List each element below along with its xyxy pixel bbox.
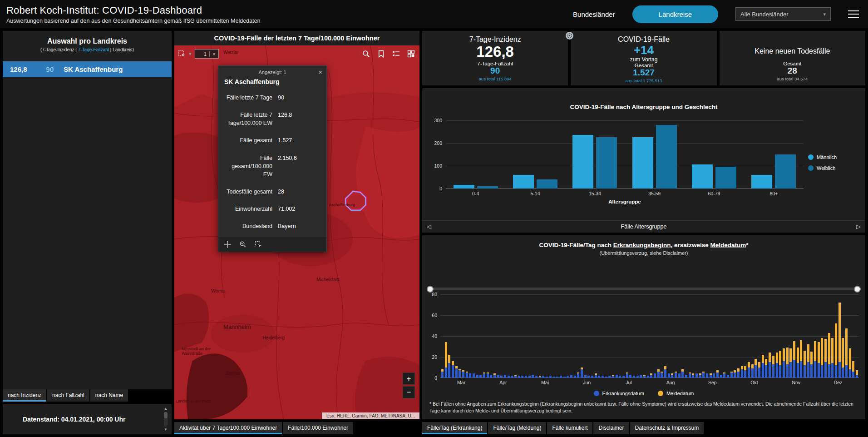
region-select[interactable]: Alle Bundesländer ▾ bbox=[735, 7, 831, 21]
meldedatum-segment bbox=[852, 361, 854, 372]
scrollbar-thumb[interactable] bbox=[164, 412, 168, 418]
datenstand-scrollbar[interactable]: ▲ ▼ bbox=[162, 407, 169, 432]
popup-fields: Fälle letzte 7 Tage90Fälle letzte 7 Tage… bbox=[218, 90, 326, 237]
tab-fälle-100-000-einwohner[interactable]: Fälle/100.000 Einwohner bbox=[283, 422, 353, 434]
erkrankungsdatum-segment bbox=[762, 363, 764, 377]
erkrankungsdatum-segment bbox=[560, 376, 562, 378]
erkrankungsdatum-segment bbox=[800, 361, 802, 378]
time-bar bbox=[692, 373, 694, 377]
erkrankungsdatum-segment bbox=[608, 376, 611, 378]
time-bar bbox=[849, 348, 851, 377]
meldedatum-segment bbox=[821, 338, 823, 365]
city-label: Landau in der Pfalz bbox=[176, 399, 211, 403]
meldedatum-segment bbox=[793, 341, 795, 360]
meldedatum-segment bbox=[800, 340, 802, 361]
prev-chart-icon[interactable]: ◁ bbox=[427, 223, 431, 230]
time-title-link-meldedatum[interactable]: Meldedatum bbox=[710, 242, 746, 248]
age-bar-männlich bbox=[692, 164, 713, 189]
erkrankungsdatum-segment bbox=[814, 361, 816, 378]
gear-icon[interactable] bbox=[565, 31, 574, 40]
zoom-out-button[interactable]: − bbox=[403, 386, 415, 398]
age-bar-weiblich bbox=[715, 167, 736, 189]
time-title-link-erkrankungsbeginn[interactable]: Erkrankungsbeginn bbox=[613, 242, 671, 248]
time-range-slider[interactable] bbox=[428, 286, 859, 293]
erkrankungsdatum-segment bbox=[462, 372, 464, 378]
tab-nach-inzidenz[interactable]: nach Inzidenz bbox=[3, 389, 46, 402]
erkrankungsdatum-segment bbox=[602, 376, 604, 378]
list-empty-area bbox=[3, 77, 172, 389]
time-bar bbox=[647, 376, 649, 378]
select-features-icon[interactable] bbox=[255, 241, 262, 248]
tab-disclaimer[interactable]: Disclaimer bbox=[593, 422, 629, 434]
landkreis-list-item-selected[interactable]: 126,8 90 SK Aschaffenburg bbox=[3, 61, 172, 77]
age-xlabels: 0-45-1415-3435-5960-7980+ bbox=[446, 191, 804, 196]
tab-fälle-tag-meldung[interactable]: Fälle/Tag (Meldung) bbox=[488, 422, 546, 434]
slider-handle-left[interactable] bbox=[427, 286, 434, 293]
tool-caret-icon[interactable]: ▾ bbox=[189, 51, 192, 57]
scroll-up-icon[interactable]: ▲ bbox=[164, 407, 168, 411]
tab-nach-name[interactable]: nach Name bbox=[90, 389, 128, 402]
age-ytick-label: 0 bbox=[439, 186, 442, 191]
meldedatum-segment bbox=[748, 362, 750, 367]
erkrankungsdatum-segment bbox=[640, 375, 642, 378]
tab-fälle-tag-erkrankung[interactable]: Fälle/Tag (Erkrankung) bbox=[422, 422, 487, 434]
erkrankungsdatum-segment bbox=[549, 376, 552, 378]
time-bar bbox=[459, 369, 461, 377]
erkrankungsdatum-segment bbox=[681, 372, 684, 378]
hamburger-menu-icon[interactable] bbox=[848, 10, 859, 18]
clear-selection-icon[interactable]: × bbox=[209, 51, 218, 57]
select-tool-icon[interactable] bbox=[178, 50, 186, 58]
meldedatum-segment bbox=[831, 338, 833, 363]
erkrankungsdatum-segment bbox=[622, 376, 625, 378]
stat-big-value: 126,8 bbox=[476, 44, 514, 60]
erkrankungsdatum-segment bbox=[476, 375, 478, 378]
time-bar bbox=[769, 353, 771, 377]
landkreise-button[interactable]: Landkreise bbox=[632, 5, 718, 23]
erkrankungsdatum-segment bbox=[845, 365, 848, 378]
legend-item-erkrankungsdatum: Erkrankungsdatum bbox=[594, 391, 644, 396]
map-canvas[interactable]: ▾ 1 × bbox=[174, 45, 419, 419]
stat-sub-value: 1.527 bbox=[626, 68, 662, 78]
bookmark-icon[interactable] bbox=[377, 50, 385, 58]
tab-aktivität-über-7-tage-100-000-einwohner[interactable]: Aktivität über 7 Tage/100.000 Einwohner bbox=[174, 422, 282, 434]
slider-track[interactable] bbox=[428, 288, 859, 290]
time-bar bbox=[542, 376, 544, 378]
zoom-in-button[interactable]: + bbox=[403, 372, 415, 385]
time-bar bbox=[723, 372, 725, 377]
erkrankungsdatum-segment bbox=[605, 377, 607, 377]
bundeslaender-link[interactable]: Bundesländer bbox=[573, 10, 615, 18]
time-bar bbox=[713, 373, 715, 377]
scroll-down-icon[interactable]: ▼ bbox=[164, 427, 168, 432]
time-chart-panel: COVID-19-Fälle/Tag nach Erkrankungsbegin… bbox=[422, 235, 865, 419]
time-bar bbox=[810, 352, 813, 377]
time-bar bbox=[772, 356, 774, 377]
close-icon[interactable]: × bbox=[318, 68, 322, 76]
time-bar bbox=[852, 361, 854, 378]
age-yaxis: 0100200300 bbox=[429, 120, 446, 189]
erkrankungsdatum-segment bbox=[789, 362, 792, 378]
time-title-part2: , ersatzweise bbox=[671, 242, 710, 248]
legend-list-icon[interactable] bbox=[392, 50, 400, 58]
age-bar-männlich bbox=[751, 175, 772, 189]
time-bar bbox=[532, 375, 534, 378]
tab-nach-fallzahl[interactable]: nach Fallzahl bbox=[47, 389, 89, 402]
next-chart-icon[interactable]: ▷ bbox=[856, 223, 861, 230]
tab-fälle-kumuliert[interactable]: Fälle kumuliert bbox=[547, 422, 592, 434]
age-bar-group bbox=[751, 154, 796, 189]
pan-icon[interactable] bbox=[224, 241, 231, 248]
age-bar-weiblich bbox=[775, 154, 796, 189]
popup-field-row: Fälle letzte 7 Tage90 bbox=[223, 94, 322, 102]
tab-datenschutz-impressum[interactable]: Datenschutz & Impressum bbox=[630, 422, 704, 434]
search-icon[interactable] bbox=[362, 50, 370, 58]
erkrankungsdatum-segment bbox=[769, 362, 771, 378]
legend-item-meldedatum: Meldedatum bbox=[658, 391, 694, 396]
zoom-out-icon[interactable] bbox=[239, 241, 247, 248]
basemap-grid-icon[interactable] bbox=[407, 50, 415, 58]
erkrankungsdatum-segment bbox=[636, 376, 639, 378]
erkrankungsdatum-segment bbox=[504, 375, 506, 378]
slider-handle-right[interactable] bbox=[854, 286, 861, 293]
city-label: Michelstadt bbox=[316, 277, 340, 283]
scrollbar-track[interactable] bbox=[164, 412, 168, 427]
age-plot bbox=[446, 120, 804, 189]
time-bar bbox=[657, 369, 660, 377]
